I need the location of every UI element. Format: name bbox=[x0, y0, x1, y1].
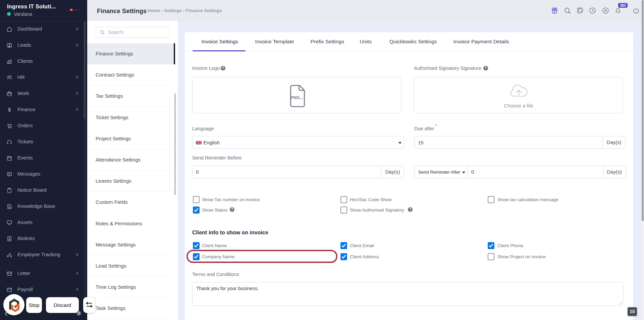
svg-text:PNG...: PNG... bbox=[290, 95, 303, 100]
svg-text:$: $ bbox=[8, 107, 11, 112]
